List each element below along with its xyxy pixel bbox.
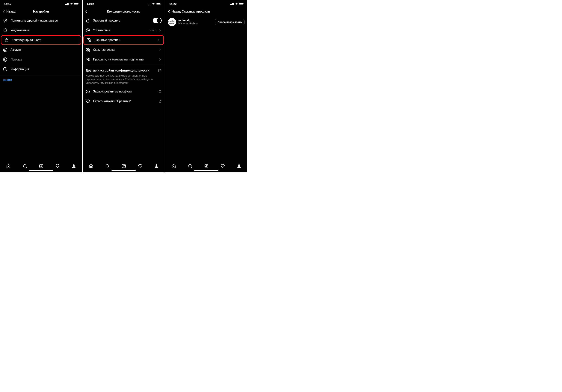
heart-off-icon	[86, 99, 90, 103]
tab-profile[interactable]	[71, 164, 76, 168]
row-info[interactable]: Информация	[0, 64, 82, 74]
tab-profile[interactable]	[154, 164, 159, 168]
external-icon	[158, 90, 162, 93]
row-hide-likes[interactable]: Скрыть отметки "Нравится"	[83, 96, 165, 106]
row-label: Скрытые слова	[93, 48, 155, 52]
logout-button[interactable]: Выйти	[0, 76, 82, 84]
tab-search[interactable]	[23, 164, 27, 168]
info-icon	[3, 67, 8, 71]
back-label: Назад	[172, 10, 181, 13]
unmute-button[interactable]: Снова показывать	[215, 19, 245, 25]
divider	[83, 65, 165, 65]
compose-icon	[39, 164, 44, 168]
profile-icon	[154, 164, 159, 168]
external-icon[interactable]	[158, 69, 162, 72]
wifi-icon	[152, 3, 155, 5]
back-button[interactable]	[84, 9, 89, 14]
muted-profile-row: THE NATIONAL GALLERY nationalg… National…	[165, 16, 247, 28]
external-icon	[158, 100, 162, 103]
status-time: 14:17	[4, 2, 11, 5]
row-privacy[interactable]: Конфиденциальность	[1, 35, 81, 45]
row-label: Конфиденциальность	[12, 38, 78, 42]
row-blocked-profiles[interactable]: Заблокированные профили	[83, 87, 165, 96]
tab-activity[interactable]	[138, 164, 142, 168]
screen-privacy: 14:12 Конфиденциальность Закрытый профил…	[83, 0, 165, 172]
screen-settings: 14:17 Назад Настройки Пригласить друзей …	[0, 0, 82, 172]
row-label: Помощь	[11, 58, 79, 61]
tab-home[interactable]	[6, 164, 11, 168]
compose-icon	[122, 164, 126, 168]
mention-icon	[86, 28, 90, 33]
tab-compose[interactable]	[122, 164, 126, 168]
profile-text[interactable]: nationalg… National Gallery	[178, 19, 212, 25]
status-right	[65, 3, 79, 5]
avatar-line3: GALLERY	[169, 22, 175, 24]
home-indicator	[29, 170, 53, 171]
status-bar: 14:12	[83, 0, 165, 8]
nav-header: Назад Скрытые профили	[165, 8, 247, 16]
page-title: Конфиденциальность	[83, 10, 165, 13]
heart-icon	[221, 164, 225, 168]
lifebuoy-icon	[3, 57, 8, 62]
back-button[interactable]: Назад	[2, 9, 16, 14]
row-notifications[interactable]: Уведомления	[0, 25, 82, 35]
section-title: Другие настройки конфиденциальности	[86, 69, 156, 72]
tab-activity[interactable]	[55, 164, 60, 168]
row-label: Информация	[11, 67, 79, 71]
home-indicator	[194, 170, 218, 171]
profile-username: nationalg…	[178, 19, 212, 22]
tab-profile[interactable]	[237, 164, 241, 168]
avatar-line2: NATIONAL	[168, 21, 176, 22]
row-private-profile[interactable]: Закрытый профиль	[83, 16, 165, 25]
chevron-left-icon	[84, 9, 89, 14]
add-user-icon	[3, 18, 8, 23]
eye-off-icon	[86, 47, 90, 52]
bell-icon	[3, 28, 8, 33]
tab-compose[interactable]	[39, 164, 44, 168]
tab-search[interactable]	[105, 164, 110, 168]
row-help[interactable]: Помощь	[0, 55, 82, 64]
chevron-right-icon	[158, 57, 162, 62]
tab-home[interactable]	[89, 164, 94, 168]
heart-icon	[138, 164, 142, 168]
tab-home[interactable]	[171, 164, 176, 168]
screen-muted-profiles: 14:22 Назад Скрытые профили THE NATIONAL…	[165, 0, 247, 172]
profile-icon	[71, 164, 76, 168]
home-indicator	[111, 170, 136, 171]
private-profile-toggle[interactable]	[153, 18, 162, 23]
wifi-icon	[70, 3, 73, 5]
x-circle-icon	[86, 89, 90, 94]
row-trail	[158, 47, 162, 52]
divider	[0, 75, 82, 75]
tab-compose[interactable]	[204, 164, 209, 168]
heart-icon	[55, 164, 60, 168]
tab-activity[interactable]	[221, 164, 225, 168]
search-icon	[188, 164, 192, 168]
row-trail	[158, 57, 162, 62]
row-hidden-words[interactable]: Скрытые слова	[83, 45, 165, 55]
status-bar: 14:22	[165, 0, 247, 8]
nav-header: Конфиденциальность	[83, 8, 165, 16]
profile-icon	[237, 164, 241, 168]
battery-icon	[74, 3, 79, 5]
status-right	[230, 3, 244, 5]
privacy-list: Закрытый профиль Упоминания Никто Скрыты…	[83, 16, 165, 160]
row-account[interactable]: Аккаунт	[0, 45, 82, 55]
row-label: Пригласить друзей и подписаться	[11, 19, 79, 22]
row-label: Заблокированные профили	[93, 90, 155, 93]
lock-icon	[4, 38, 9, 42]
row-muted-profiles[interactable]: Скрытые профили	[83, 35, 164, 45]
row-following[interactable]: Профили, на которые вы подписаны	[83, 55, 165, 64]
back-label: Назад	[6, 10, 16, 13]
avatar[interactable]: THE NATIONAL GALLERY	[168, 18, 176, 26]
chevron-right-icon	[157, 38, 160, 42]
row-label: Скрытые профили	[94, 38, 154, 42]
row-invite-friends[interactable]: Пригласить друзей и подписаться	[0, 16, 82, 25]
search-icon	[105, 164, 110, 168]
back-button[interactable]: Назад	[167, 9, 181, 14]
row-label: Уведомления	[11, 28, 79, 32]
row-mentions[interactable]: Упоминания Никто	[83, 25, 165, 35]
signal-icon	[65, 3, 69, 5]
signal-icon	[230, 3, 234, 5]
tab-search[interactable]	[188, 164, 192, 168]
